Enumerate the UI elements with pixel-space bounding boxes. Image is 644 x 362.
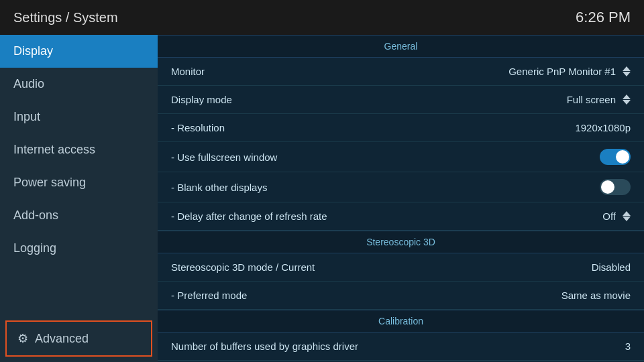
sidebar-item-internet-access[interactable]: Internet access xyxy=(0,133,158,166)
chevron-up-icon xyxy=(623,95,631,99)
advanced-button[interactable]: ⚙ Advanced xyxy=(5,320,152,357)
advanced-label: Advanced xyxy=(35,332,89,346)
row-refresh-rate-delay[interactable]: - Delay after change of refresh rate Off xyxy=(158,202,644,231)
sidebar-nav: Display Audio Input Internet access Powe… xyxy=(0,35,158,265)
chevron-down-icon xyxy=(623,72,631,76)
row-resolution: - Resolution 1920x1080p xyxy=(158,114,644,142)
label-refresh-rate-delay: - Delay after change of refresh rate xyxy=(171,210,327,222)
sidebar-item-input[interactable]: Input xyxy=(0,101,158,133)
sidebar-item-logging[interactable]: Logging xyxy=(0,232,158,265)
chevron-down-icon xyxy=(623,100,631,105)
value-display-mode: Full screen xyxy=(567,94,631,105)
row-blank-displays[interactable]: - Blank other displays xyxy=(158,172,644,202)
value-refresh-rate-delay: Off xyxy=(602,210,631,222)
clock: 6:26 PM xyxy=(576,9,631,26)
toggle-knob xyxy=(601,180,614,194)
value-preferred-mode: Same as movie xyxy=(561,290,631,301)
row-fullscreen-window[interactable]: - Use fullscreen window xyxy=(158,142,644,172)
toggle-fullscreen-window[interactable] xyxy=(600,149,631,165)
value-buffers: 3 xyxy=(625,341,631,352)
toggle-knob xyxy=(616,150,629,164)
gear-icon: ⚙ xyxy=(17,331,28,346)
value-monitor: Generic PnP Monitor #1 xyxy=(508,66,631,77)
sidebar: Display Audio Input Internet access Powe… xyxy=(0,35,158,362)
row-preferred-mode[interactable]: - Preferred mode Same as movie xyxy=(158,282,644,310)
chevron-refresh-rate-delay xyxy=(623,211,631,221)
main-layout: Display Audio Input Internet access Powe… xyxy=(0,35,644,362)
section-stereo-header: Stereoscopic 3D xyxy=(158,231,644,253)
row-buffers[interactable]: Number of buffers used by graphics drive… xyxy=(158,333,644,361)
row-display-mode[interactable]: Display mode Full screen xyxy=(158,86,644,114)
sidebar-item-add-ons[interactable]: Add-ons xyxy=(0,199,158,232)
row-monitor[interactable]: Monitor Generic PnP Monitor #1 xyxy=(158,58,644,86)
app-header: Settings / System 6:26 PM xyxy=(0,0,644,35)
sidebar-item-audio[interactable]: Audio xyxy=(0,68,158,101)
section-calibration-header: Calibration xyxy=(158,310,644,333)
label-fullscreen-window: - Use fullscreen window xyxy=(171,152,277,163)
label-monitor: Monitor xyxy=(171,66,205,77)
label-blank-displays: - Blank other displays xyxy=(171,182,267,193)
value-resolution: 1920x1080p xyxy=(575,122,631,133)
label-preferred-mode: - Preferred mode xyxy=(171,290,247,301)
settings-content: General Monitor Generic PnP Monitor #1 D… xyxy=(158,35,644,362)
row-stereo-mode[interactable]: Stereoscopic 3D mode / Current Disabled xyxy=(158,253,644,282)
page-title: Settings / System xyxy=(13,10,118,25)
chevron-up-icon xyxy=(623,66,631,71)
label-display-mode: Display mode xyxy=(171,94,232,105)
value-blank-displays xyxy=(600,179,631,195)
value-stereo-mode: Disabled xyxy=(592,261,631,273)
toggle-blank-displays[interactable] xyxy=(600,179,631,195)
chevron-display-mode xyxy=(623,95,631,105)
section-general-header: General xyxy=(158,35,644,58)
chevron-up-icon xyxy=(623,211,631,216)
label-stereo-mode: Stereoscopic 3D mode / Current xyxy=(171,261,315,273)
chevron-monitor xyxy=(623,66,631,76)
chevron-down-icon xyxy=(623,217,631,221)
sidebar-item-power-saving[interactable]: Power saving xyxy=(0,166,158,199)
sidebar-item-display[interactable]: Display xyxy=(0,35,158,68)
label-resolution: - Resolution xyxy=(171,122,225,133)
value-fullscreen-window xyxy=(600,149,631,165)
label-buffers: Number of buffers used by graphics drive… xyxy=(171,341,358,352)
